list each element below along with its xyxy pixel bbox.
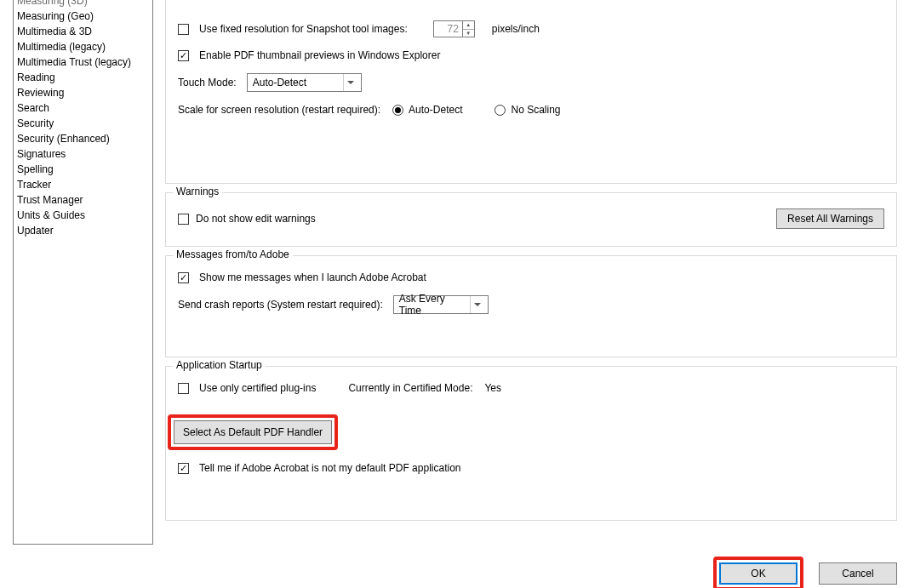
sidebar-item[interactable]: Measuring (Geo) xyxy=(14,9,152,24)
sidebar-item[interactable]: Reading xyxy=(14,70,152,85)
chevron-down-icon xyxy=(470,296,484,313)
no-scaling-radio[interactable] xyxy=(495,105,506,116)
no-edit-warnings-checkbox[interactable] xyxy=(178,214,189,225)
fixed-resolution-label: Use fixed resolution for Snapshot tool i… xyxy=(199,23,408,35)
messages-title: Messages from/to Adobe xyxy=(173,248,293,260)
no-scaling-label: No Scaling xyxy=(511,104,560,116)
dialog-footer: OK Cancel xyxy=(0,545,909,588)
no-edit-warnings-label: Do not show edit warnings xyxy=(196,213,316,225)
sidebar-item[interactable]: Signatures xyxy=(14,146,152,162)
sidebar-item[interactable]: Security (Enhanced) xyxy=(14,131,152,146)
sidebar-item[interactable]: Tracker xyxy=(14,177,152,192)
crash-reports-dropdown[interactable]: Ask Every Time xyxy=(393,295,489,314)
auto-detect-radio[interactable] xyxy=(392,105,403,116)
certified-plugins-checkbox[interactable] xyxy=(178,383,189,394)
touch-mode-label: Touch Mode: xyxy=(178,77,237,88)
tell-me-default-label: Tell me if Adobe Acrobat is not my defau… xyxy=(199,462,461,474)
sidebar-item[interactable]: Search xyxy=(14,100,152,116)
default-pdf-handler-button[interactable]: Select As Default PDF Handler xyxy=(174,420,332,444)
crash-reports-value: Ask Every Time xyxy=(399,293,470,317)
thumbnail-previews-label: Enable PDF thumbnail previews in Windows… xyxy=(199,49,440,61)
show-messages-label: Show me messages when I launch Adobe Acr… xyxy=(199,271,426,283)
pixels-per-inch-label: pixels/inch xyxy=(492,23,540,35)
messages-group: Messages from/to Adobe Show me messages … xyxy=(165,255,897,357)
thumbnail-previews-checkbox[interactable] xyxy=(178,50,189,61)
certified-mode-value: Yes xyxy=(484,382,501,394)
sidebar-item[interactable]: Trust Manager xyxy=(14,192,152,208)
cancel-button[interactable]: Cancel xyxy=(819,562,897,585)
reset-warnings-button[interactable]: Reset All Warnings xyxy=(776,208,884,229)
fixed-resolution-spinner[interactable]: ▲▼ xyxy=(462,20,475,37)
categories-list[interactable]: Measuring (3D) Measuring (Geo) Multimedi… xyxy=(13,0,153,545)
warnings-title: Warnings xyxy=(173,186,222,197)
fixed-resolution-checkbox[interactable] xyxy=(178,24,189,35)
default-handler-highlight: Select As Default PDF Handler xyxy=(168,414,338,450)
ok-button[interactable]: OK xyxy=(719,562,798,585)
sidebar-item[interactable]: Measuring (3D) xyxy=(14,0,152,9)
certified-mode-label: Currently in Certified Mode: xyxy=(348,382,472,394)
sidebar-item[interactable]: Multimedia Trust (legacy) xyxy=(14,54,152,70)
touch-mode-value: Auto-Detect xyxy=(253,77,306,88)
certified-plugins-label: Use only certified plug-ins xyxy=(199,382,316,394)
fixed-resolution-input[interactable] xyxy=(433,20,463,37)
sidebar-item[interactable]: Security xyxy=(14,116,152,131)
show-messages-checkbox[interactable] xyxy=(178,272,189,283)
auto-detect-label: Auto-Detect xyxy=(409,104,462,116)
sidebar-item[interactable]: Updater xyxy=(14,223,152,238)
sidebar-item[interactable]: Spelling xyxy=(14,162,152,177)
warnings-group: Warnings Do not show edit warnings Reset… xyxy=(165,192,897,247)
touch-mode-dropdown[interactable]: Auto-Detect xyxy=(247,73,362,92)
sidebar-item[interactable]: Multimedia & 3D xyxy=(14,24,152,39)
scale-resolution-label: Scale for screen resolution (restart req… xyxy=(178,104,380,116)
chevron-down-icon xyxy=(343,74,357,91)
sidebar-item[interactable]: Multimedia (legacy) xyxy=(14,39,152,54)
startup-group: Application Startup Use only certified p… xyxy=(165,366,897,521)
sidebar-item[interactable]: Reviewing xyxy=(14,85,152,100)
crash-reports-label: Send crash reports (System restart requi… xyxy=(178,299,383,311)
startup-title: Application Startup xyxy=(173,359,266,371)
sidebar-item[interactable]: Units & Guides xyxy=(14,208,152,223)
tell-me-default-checkbox[interactable] xyxy=(178,463,189,474)
ok-highlight: OK xyxy=(713,557,803,588)
general-group: Use fixed resolution for Snapshot tool i… xyxy=(165,0,897,184)
